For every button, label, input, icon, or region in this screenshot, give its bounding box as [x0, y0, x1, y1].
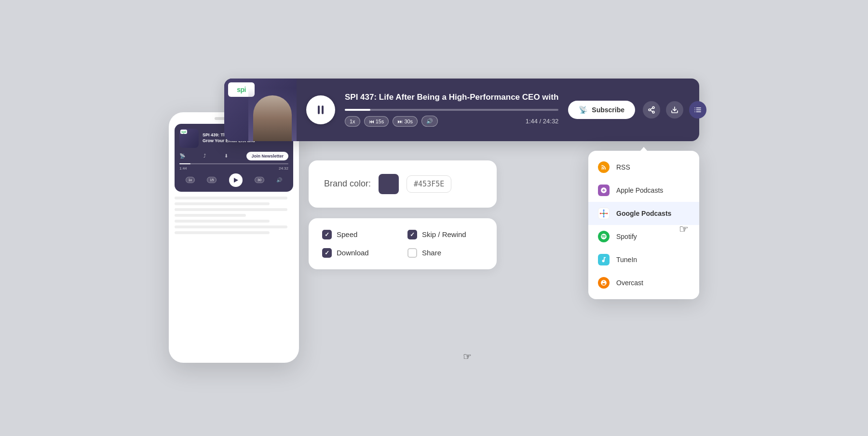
phone-text-line-7 — [175, 231, 270, 234]
feature-download-label: Download — [337, 249, 369, 257]
google-podcasts-icon — [598, 208, 610, 219]
phone-rewind-button[interactable]: 15 — [207, 177, 217, 183]
apple-podcasts-label: Apple Podcasts — [616, 186, 663, 194]
svg-rect-18 — [603, 214, 604, 216]
phone-play-row: 1x 15 30 🔊 — [179, 173, 288, 187]
subscribe-label: Subscribe — [592, 106, 624, 114]
svg-point-12 — [603, 209, 605, 211]
forward-button[interactable]: ⏭ 30s — [393, 116, 418, 127]
subscribe-button[interactable]: 📡 Subscribe — [568, 101, 635, 119]
player-action-icons — [643, 101, 706, 119]
spotify-label: Spotify — [616, 233, 637, 240]
host-image — [248, 88, 297, 141]
phone-progress-fill — [179, 163, 190, 164]
phone-time-current: 1:44 — [179, 166, 187, 171]
phone-play-icon — [234, 178, 238, 183]
phone-text-line-3 — [175, 208, 287, 211]
player-thumbnail: spi — [224, 79, 297, 141]
phone-rss-icon: 📡 — [179, 153, 185, 159]
phone-text-line-4 — [175, 214, 246, 217]
dropdown-item-tunein[interactable]: TuneIn — [588, 248, 699, 271]
pause-button[interactable] — [306, 95, 335, 124]
svg-point-16 — [603, 212, 605, 214]
brand-color-card: Brand color: #453F5E — [309, 160, 497, 208]
rss-icon — [598, 161, 610, 173]
dropdown-item-apple[interactable]: Apple Podcasts — [588, 179, 699, 202]
svg-point-13 — [603, 216, 605, 217]
phone-time-row: 1:44 24:32 — [179, 166, 288, 171]
player-bar: spi SPI 437: Life After Being a High-Per… — [224, 79, 699, 141]
tunein-icon — [598, 254, 610, 265]
features-grid: Speed Skip / Rewind Download Share — [322, 230, 483, 258]
pause-icon — [318, 106, 324, 114]
phone-text-line-1 — [175, 197, 287, 199]
tunein-label: TuneIn — [616, 256, 637, 264]
rewind-button[interactable]: ⏮ 15s — [364, 116, 389, 127]
phone-thumbnail: spi — [179, 129, 199, 148]
host-silhouette — [253, 95, 292, 141]
player-progress-row — [345, 109, 558, 111]
player-info: SPI 437: Life After Being a High-Perform… — [345, 92, 568, 127]
phone-text-line-6 — [175, 225, 287, 228]
pause-bar-right — [322, 106, 324, 114]
dropdown-item-spotify[interactable]: Spotify — [588, 225, 699, 248]
wifi-icon: 📡 — [579, 106, 588, 114]
rss-label: RSS — [616, 163, 630, 171]
feature-download: Download — [322, 248, 398, 258]
player-time: 1:44 / 24:32 — [526, 118, 559, 125]
svg-line-4 — [651, 108, 653, 109]
features-card: Speed Skip / Rewind Download Share — [309, 218, 497, 269]
svg-point-14 — [600, 212, 601, 214]
checkbox-share[interactable] — [407, 248, 417, 258]
phone-text-line-5 — [175, 220, 270, 223]
brand-label: Brand color: — [324, 179, 371, 189]
dropdown-item-rss[interactable]: RSS — [588, 156, 699, 179]
google-podcasts-label: Google Podcasts — [616, 210, 671, 217]
download-icon-button[interactable] — [666, 101, 683, 119]
color-swatch[interactable] — [379, 174, 399, 194]
svg-rect-20 — [605, 213, 607, 214]
subscribe-dropdown: RSS Apple Podcasts — [588, 151, 699, 299]
phone-spi-logo: spi — [180, 130, 187, 134]
playlist-icon-button[interactable] — [689, 101, 706, 119]
phone-share-icon: ⤴ — [203, 153, 206, 159]
feature-skip-rewind: Skip / Rewind — [407, 230, 483, 239]
overcast-label: Overcast — [616, 279, 643, 287]
phone-text-line-2 — [175, 202, 270, 205]
phone-play-button[interactable] — [229, 173, 243, 187]
phone-progress-bar — [179, 163, 288, 164]
svg-rect-19 — [601, 213, 603, 214]
speed-button[interactable]: 1x — [345, 116, 360, 127]
progress-fill — [345, 109, 370, 111]
phone-speed-button[interactable]: 1x — [186, 177, 195, 183]
spotify-icon — [598, 231, 610, 242]
share-icon-button[interactable] — [643, 101, 660, 119]
phone-mockup: spi SPI 439: The #1 Most Underrated Way … — [169, 112, 299, 363]
scene: spi SPI 437: Life After Being a High-Per… — [169, 50, 699, 387]
feature-skip-rewind-label: Skip / Rewind — [422, 230, 466, 238]
brand-card-inner: Brand color: #453F5E — [324, 174, 481, 194]
svg-line-3 — [651, 110, 653, 112]
svg-rect-17 — [603, 211, 604, 212]
checkbox-speed[interactable] — [322, 230, 332, 239]
progress-bar[interactable] — [345, 109, 558, 111]
phone-forward-button[interactable]: 30 — [255, 177, 264, 183]
phone-text-lines — [169, 192, 299, 242]
feature-share-label: Share — [422, 249, 441, 257]
volume-button[interactable]: 🔊 — [421, 116, 438, 127]
pause-bar-left — [318, 106, 320, 114]
join-newsletter-button[interactable]: Join Newsletter — [246, 152, 288, 160]
checkbox-download[interactable] — [322, 248, 332, 258]
phone-controls-row: 📡 ⤴ ⬇ Join Newsletter — [179, 152, 288, 160]
phone-time-total: 24:32 — [279, 166, 288, 171]
feature-speed-label: Speed — [337, 230, 357, 238]
dropdown-item-google[interactable]: Google Podcasts — [588, 202, 699, 225]
feature-speed: Speed — [322, 230, 398, 239]
color-value-box[interactable]: #453F5E — [407, 175, 451, 193]
phone-download-icon: ⬇ — [224, 153, 228, 159]
svg-point-15 — [606, 212, 608, 214]
dropdown-item-overcast[interactable]: Overcast — [588, 271, 699, 294]
apple-podcasts-icon — [598, 185, 610, 196]
checkbox-skip-rewind[interactable] — [407, 230, 417, 239]
player-controls: 1x ⏮ 15s ⏭ 30s 🔊 1:44 / 24:32 — [345, 116, 558, 127]
